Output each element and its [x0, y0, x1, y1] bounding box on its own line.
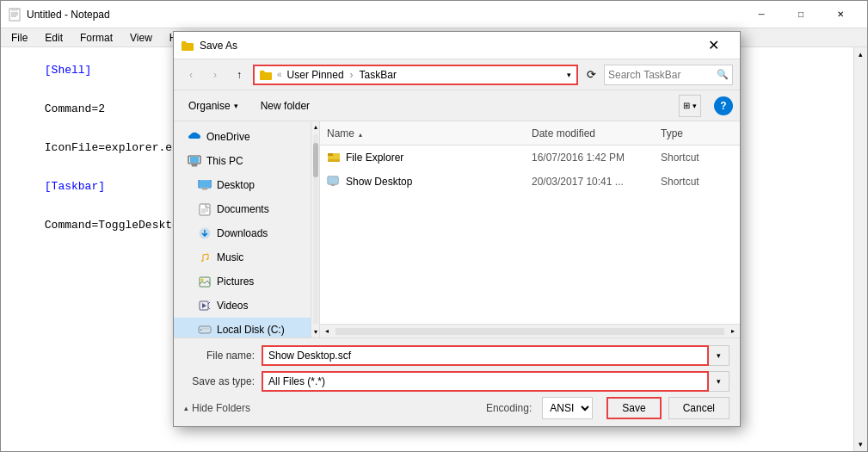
menu-view[interactable]: View: [123, 30, 159, 46]
sidebar-item-desktop[interactable]: Desktop: [174, 173, 311, 197]
organise-button[interactable]: Organise ▾: [181, 95, 246, 117]
new-folder-button[interactable]: New folder: [253, 95, 317, 117]
sidebar-item-thispc[interactable]: This PC: [174, 149, 311, 173]
filename-row: File name: ▾: [184, 345, 729, 366]
filetype-row: Save as type: All Files (*.*) ▾: [184, 371, 729, 392]
sidebar-scroll-thumb[interactable]: [313, 143, 318, 177]
col-name-header[interactable]: Name ▴: [320, 127, 525, 139]
file-list-header: Name ▴ Date modified Type: [320, 121, 740, 146]
thispc-icon: [188, 154, 201, 168]
svg-rect-9: [200, 181, 210, 187]
videos-icon: [198, 299, 212, 313]
sidebar-item-onedrive[interactable]: OneDrive: [174, 125, 311, 149]
sidebar-item-videos[interactable]: Videos: [174, 294, 311, 318]
downloads-icon: [198, 226, 212, 240]
filename-dropdown-btn[interactable]: ▾: [709, 345, 729, 366]
content-line-1: [Shell]: [45, 64, 92, 77]
menu-format[interactable]: Format: [73, 30, 120, 46]
dialog-titlebar: Save As ✕: [174, 32, 740, 59]
up-button[interactable]: ↑: [229, 65, 249, 85]
svg-rect-11: [200, 204, 210, 215]
notepad-titlebar: Untitled - Notepad ─ □ ✕: [1, 1, 867, 28]
path-bar[interactable]: « User Pinned › TaskBar ▾: [253, 65, 578, 85]
file-explorer-icon: [327, 151, 341, 164]
footer-buttons: Encoding: ANSI Save Cancel: [486, 397, 729, 419]
close-button[interactable]: ✕: [821, 1, 860, 28]
svg-rect-1: [12, 8, 17, 10]
desktop-icon: [198, 178, 212, 192]
file-list: File Explorer 16/07/2016 1:42 PM Shortcu…: [320, 146, 740, 324]
sidebar-item-localdisk[interactable]: Local Disk (C:): [174, 318, 311, 337]
back-button[interactable]: ‹: [181, 65, 201, 85]
sidebar-scroll-track[interactable]: [313, 134, 318, 325]
sidebar-scroll-down[interactable]: ▾: [312, 326, 319, 337]
view-mode-button[interactable]: ⊞ ▾: [679, 95, 701, 117]
sidebar-item-music[interactable]: Music: [174, 245, 311, 269]
sidebar-item-documents[interactable]: Documents: [174, 197, 311, 221]
svg-rect-32: [329, 177, 337, 183]
sidebar-scroll-up[interactable]: ▴: [312, 121, 319, 133]
pictures-label: Pictures: [217, 276, 254, 288]
search-bar[interactable]: 🔍: [604, 65, 733, 85]
path-dropdown-btn[interactable]: ▾: [567, 71, 571, 79]
filename-input[interactable]: [262, 345, 709, 366]
content-line-4: [Taskbar]: [45, 180, 105, 193]
localdisk-label: Local Disk (C:): [217, 324, 285, 336]
music-icon: [198, 251, 212, 264]
forward-button[interactable]: ›: [205, 65, 225, 85]
dialog-close-button[interactable]: ✕: [693, 32, 733, 59]
scroll-up-btn[interactable]: ▴: [854, 47, 867, 61]
view-dropdown-icon: ▾: [693, 102, 697, 110]
organise-label: Organise: [188, 100, 231, 112]
search-input[interactable]: [608, 69, 717, 81]
dialog-toolbar: ‹ › ↑ « User Pinned › TaskBar ▾ ⟳: [174, 59, 740, 90]
file-row-0[interactable]: File Explorer 16/07/2016 1:42 PM Shortcu…: [320, 146, 740, 170]
hscroll-right-btn[interactable]: ▸: [726, 325, 740, 338]
filetype-select[interactable]: All Files (*.*): [262, 371, 709, 392]
notepad-title-left: Untitled - Notepad: [8, 8, 110, 22]
notepad-window: Untitled - Notepad ─ □ ✕ File Edit Forma…: [0, 0, 868, 452]
file-row-1[interactable]: Show Desktop 20/03/2017 10:41 ... Shortc…: [320, 170, 740, 194]
col-type-header[interactable]: Type: [654, 127, 740, 139]
scroll-down-btn[interactable]: ▾: [854, 437, 867, 451]
save-button[interactable]: Save: [606, 397, 661, 419]
dialog-title-text: Save As: [200, 40, 237, 52]
cancel-button[interactable]: Cancel: [668, 397, 729, 419]
sidebar-item-downloads[interactable]: Downloads: [174, 221, 311, 245]
dialog-actions-bar: Organise ▾ New folder ⊞ ▾ ?: [174, 90, 740, 121]
search-icon: 🔍: [717, 69, 729, 80]
path-part-1: User Pinned: [287, 69, 344, 81]
sidebar-scrollbar[interactable]: ▴ ▾: [311, 121, 320, 337]
titlebar-controls: ─ □ ✕: [742, 1, 860, 28]
file-cell-date-0: 16/07/2016 1:42 PM: [525, 152, 654, 164]
col-sort-icon: ▴: [359, 131, 362, 139]
filetype-input-wrapper: All Files (*.*) ▾: [262, 371, 729, 392]
file-cell-type-0: Shortcut: [654, 152, 740, 164]
new-folder-label: New folder: [261, 100, 310, 112]
filetype-label: Save as type:: [184, 375, 262, 387]
menu-file[interactable]: File: [4, 30, 34, 46]
videos-label: Videos: [217, 300, 248, 312]
view-controls: ⊞ ▾: [673, 95, 707, 117]
hscroll-track[interactable]: [336, 328, 724, 335]
help-button[interactable]: ?: [714, 96, 733, 115]
refresh-button[interactable]: ⟳: [582, 65, 600, 84]
sidebar-item-pictures[interactable]: Pictures: [174, 269, 311, 294]
save-as-dialog: Save As ✕ ‹ › ↑ «: [173, 31, 741, 427]
maximize-button[interactable]: □: [781, 1, 821, 28]
hide-folders-button[interactable]: ▴ Hide Folders: [184, 402, 250, 414]
file-cell-name-0: File Explorer: [320, 151, 525, 164]
notepad-scrollbar[interactable]: ▴ ▾: [853, 47, 867, 451]
dialog-body: OneDrive: [174, 121, 740, 337]
hscroll-left-btn[interactable]: ◂: [320, 325, 334, 338]
dialog-folder-icon: [181, 39, 194, 53]
menu-edit[interactable]: Edit: [38, 30, 70, 46]
pictures-icon: [198, 275, 212, 288]
horizontal-scrollbar[interactable]: ◂ ▸: [320, 324, 740, 337]
organise-dropdown-icon: ▾: [234, 102, 238, 110]
minimize-button[interactable]: ─: [742, 1, 781, 28]
encoding-select[interactable]: ANSI: [542, 397, 593, 419]
folder-icon-small: [260, 70, 272, 80]
filetype-dropdown-btn[interactable]: ▾: [709, 371, 729, 392]
col-date-header[interactable]: Date modified: [525, 127, 654, 139]
